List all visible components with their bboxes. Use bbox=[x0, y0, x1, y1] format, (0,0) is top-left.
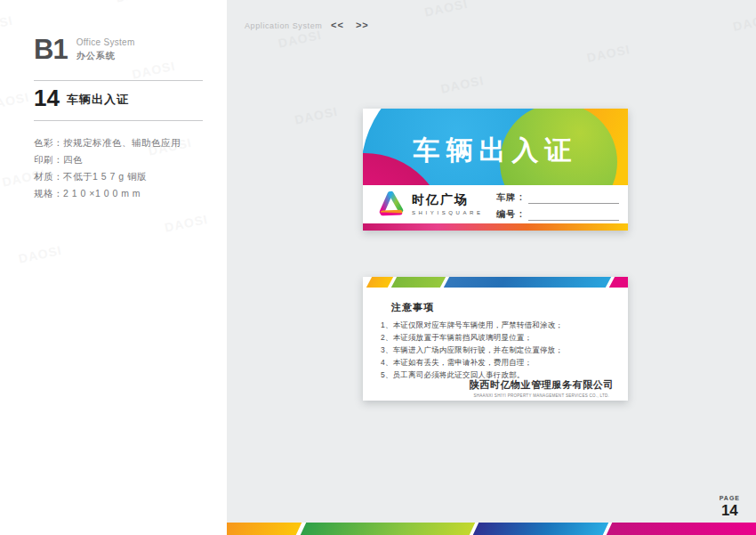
stripe-segment-yellow bbox=[366, 277, 393, 288]
item-number: 14 bbox=[34, 86, 60, 109]
shiyi-square-logo: 时亿广场 SHIYISQUARE bbox=[377, 190, 484, 218]
vi-manual-page: B1 Office System 办公系统 14 车辆出入证 色彩：按规定标准色… bbox=[0, 0, 756, 535]
notice-item: 4、本证如有丢失，需申请补发，费用自理； bbox=[381, 356, 563, 369]
section-titles: Office System 办公系统 bbox=[76, 37, 135, 62]
company-name-zh: 陕西时亿物业管理服务有限公司 bbox=[470, 378, 614, 392]
stripe-segment-blue bbox=[444, 277, 611, 288]
footer-segment-magenta bbox=[607, 523, 756, 535]
logo-triangle-icon bbox=[377, 190, 406, 218]
divider bbox=[34, 80, 203, 81]
nav-next-icon[interactable]: >> bbox=[356, 20, 369, 30]
plate-blank-line bbox=[528, 191, 619, 204]
item-title: 车辆出入证 bbox=[67, 92, 129, 108]
page-nav: << >> bbox=[331, 20, 378, 30]
section-title-zh: 办公系统 bbox=[76, 50, 135, 62]
pass-front-header: 车辆出入证 bbox=[363, 109, 628, 185]
vehicle-pass-back: 注意事项 1、本证仅限对应车牌号车辆使用，严禁转借和涂改； 2、本证须放置于车辆… bbox=[363, 277, 628, 401]
spec-list: 色彩：按规定标准色、辅助色应用 印刷：四色 材质：不低于1 5 7 g 铜版 规… bbox=[34, 134, 181, 202]
page-label: PAGE bbox=[720, 495, 740, 501]
logo-name-zh: 时亿广场 bbox=[412, 192, 484, 208]
plate-label: 车牌 : bbox=[496, 191, 523, 204]
nav-prev-icon[interactable]: << bbox=[331, 20, 344, 30]
notice-item: 1、本证仅限对应车牌号车辆使用，严禁转借和涂改； bbox=[381, 319, 563, 331]
pass-front-body: 时亿广场 SHIYISQUARE 车牌 : 编号 : bbox=[363, 185, 628, 223]
notice-item: 3、车辆进入广场内应限制行驶，并在制定位置停放； bbox=[381, 344, 563, 356]
divider bbox=[34, 120, 203, 121]
logo-name-en: SHIYISQUARE bbox=[412, 210, 484, 215]
company-signature: 陕西时亿物业管理服务有限公司 SHAANXI SHIYI PROPERTY MA… bbox=[470, 378, 614, 398]
page-number-block: PAGE 14 bbox=[720, 495, 740, 520]
spec-size: 规格：2 1 0 ×1 0 0 m m bbox=[34, 185, 181, 202]
footer-rainbow-stripe bbox=[227, 523, 756, 535]
section-title-en: Office System bbox=[76, 37, 135, 47]
field-number: 编号 : bbox=[496, 207, 619, 221]
pass-front-bottom-stripe bbox=[363, 223, 628, 231]
number-blank-line bbox=[528, 208, 619, 221]
notice-list: 1、本证仅限对应车牌号车辆使用，严禁转借和涂改； 2、本证须放置于车辆前挡风玻璃… bbox=[381, 319, 563, 381]
page-value: 14 bbox=[720, 502, 740, 520]
notice-title: 注意事项 bbox=[391, 301, 434, 314]
pass-back-top-stripe bbox=[363, 277, 628, 288]
section-code: B1 bbox=[34, 36, 68, 63]
spec-material: 材质：不低于1 5 7 g 铜版 bbox=[34, 168, 181, 185]
watermark-text: DAOSI bbox=[585, 30, 684, 65]
spec-color: 色彩：按规定标准色、辅助色应用 bbox=[34, 134, 181, 151]
pass-title: 车辆出入证 bbox=[363, 133, 628, 169]
footer-segment-green bbox=[301, 523, 476, 535]
vehicle-pass-front: 车辆出入证 bbox=[363, 109, 628, 231]
watermark-text: DAOSI bbox=[732, 0, 756, 34]
pass-fields: 车牌 : 编号 : bbox=[496, 190, 619, 223]
stripe-segment-magenta bbox=[609, 277, 628, 288]
notice-item: 2、本证须放置于车辆前挡风玻璃明显位置； bbox=[381, 331, 563, 344]
left-panel: B1 Office System 办公系统 14 车辆出入证 色彩：按规定标准色… bbox=[0, 0, 227, 535]
watermark-text: DAOSI bbox=[439, 61, 538, 96]
pass-back-body: 注意事项 1、本证仅限对应车牌号车辆使用，严禁转借和涂改； 2、本证须放置于车辆… bbox=[363, 288, 628, 401]
logo-texts: 时亿广场 SHIYISQUARE bbox=[412, 192, 484, 215]
footer-segment-blue bbox=[473, 523, 609, 535]
spec-printing: 印刷：四色 bbox=[34, 151, 181, 168]
application-system-label: Application System bbox=[245, 21, 322, 30]
item-header: 14 车辆出入证 bbox=[34, 86, 129, 109]
stripe-segment-green bbox=[391, 277, 446, 288]
section-header: B1 Office System 办公系统 bbox=[34, 36, 135, 63]
field-plate: 车牌 : bbox=[496, 190, 619, 204]
watermark-text: DAOSI bbox=[423, 0, 522, 20]
footer-segment-orange bbox=[227, 523, 302, 535]
company-name-en: SHAANXI SHIYI PROPERTY MANAGEMENT SERVIC… bbox=[470, 393, 614, 398]
number-label: 编号 : bbox=[496, 208, 523, 221]
